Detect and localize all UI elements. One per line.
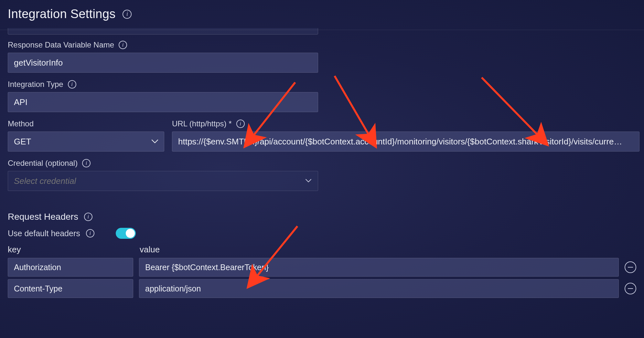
divider xyxy=(0,30,644,30)
headers-value-column-label: value xyxy=(140,245,632,255)
header-row xyxy=(8,279,636,298)
info-icon[interactable] xyxy=(82,159,91,167)
request-headers-title: Request Headers xyxy=(8,212,78,222)
credential-label: Credential (optional) xyxy=(8,159,78,168)
header-value-input[interactable] xyxy=(139,258,619,277)
page-title: Integration Settings xyxy=(8,7,115,21)
info-icon[interactable] xyxy=(84,213,92,221)
header-value-input[interactable] xyxy=(139,279,619,298)
response-var-label: Response Data Variable Name xyxy=(8,40,114,49)
remove-header-button[interactable] xyxy=(625,261,636,273)
header-row xyxy=(8,258,636,277)
headers-key-column-label: key xyxy=(8,245,133,255)
collapsed-section-stub[interactable] xyxy=(8,28,318,35)
method-label: Method xyxy=(8,119,34,128)
response-var-input[interactable] xyxy=(8,53,318,73)
method-select[interactable] xyxy=(8,132,164,152)
info-icon[interactable] xyxy=(119,41,127,49)
toggle-knob xyxy=(126,229,135,238)
integration-type-input[interactable] xyxy=(8,92,318,112)
url-input[interactable] xyxy=(172,132,639,152)
header-key-input[interactable] xyxy=(8,258,133,277)
url-label: URL (http/https) * xyxy=(172,119,232,128)
use-default-headers-label: Use default headers xyxy=(8,229,80,238)
info-icon[interactable] xyxy=(68,80,76,89)
use-default-headers-toggle[interactable] xyxy=(116,228,136,239)
integration-type-label: Integration Type xyxy=(8,80,63,89)
info-icon[interactable] xyxy=(86,229,94,238)
remove-header-button[interactable] xyxy=(625,283,636,294)
info-icon[interactable] xyxy=(123,10,132,19)
credential-select[interactable] xyxy=(8,171,318,191)
info-icon[interactable] xyxy=(236,120,245,128)
header-key-input[interactable] xyxy=(8,279,133,298)
